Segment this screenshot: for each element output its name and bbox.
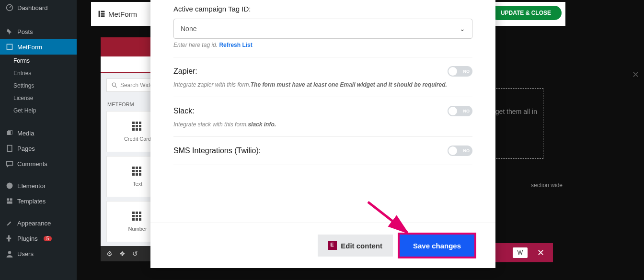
sidebar-sub-license[interactable]: License bbox=[0, 92, 77, 104]
media-icon bbox=[6, 129, 13, 137]
zapier-desc: Integrate zapier with this form.The form… bbox=[173, 81, 472, 88]
sms-label: SMS Integrations (Twilio): bbox=[173, 146, 261, 155]
sidebar-sub-gethelp[interactable]: Get Help bbox=[0, 104, 77, 117]
sidebar-item-metform[interactable]: MetForm bbox=[0, 39, 77, 55]
slack-label: Slack: bbox=[173, 107, 195, 115]
elementor-icon bbox=[328, 241, 337, 250]
tag-helper: Enter here tag id. Refresh List bbox=[173, 42, 472, 48]
modal-footer: Edit content Save changes bbox=[150, 223, 495, 268]
sidebar-label: Elementor bbox=[17, 182, 46, 190]
grid-icon bbox=[132, 212, 143, 222]
chevron-down-icon: ⌄ bbox=[460, 25, 465, 33]
sidebar-label: Plugins bbox=[17, 235, 38, 242]
page-title: MetForm bbox=[98, 10, 137, 18]
sidebar-label: Media bbox=[17, 130, 34, 137]
update-close-button[interactable]: UPDATE & CLOSE bbox=[490, 6, 562, 20]
sidebar-item-posts[interactable]: Posts bbox=[0, 24, 77, 39]
settings-icon[interactable]: ⚙ bbox=[106, 250, 113, 258]
sidebar-sub-settings[interactable]: Settings bbox=[0, 79, 77, 92]
sidebar-sub-entries[interactable]: Entries bbox=[0, 67, 77, 79]
sidebar-label: Pages bbox=[17, 145, 35, 152]
sidebar-label: Dashboard bbox=[17, 4, 48, 11]
tag-id-select[interactable]: None ⌄ bbox=[173, 19, 472, 39]
svg-rect-1 bbox=[7, 44, 12, 49]
settings-modal: Active campaign Tag ID: None ⌄ Enter her… bbox=[150, 0, 495, 268]
sidebar-sub-forms[interactable]: Forms bbox=[0, 55, 77, 67]
sidebar-item-comments[interactable]: Comments bbox=[0, 156, 77, 171]
svg-rect-12 bbox=[101, 13, 104, 14]
close-icon[interactable]: ✕ bbox=[631, 70, 640, 79]
refresh-list-link[interactable]: Refresh List bbox=[219, 42, 252, 48]
user-icon bbox=[6, 250, 13, 258]
zapier-label: Zapier: bbox=[173, 67, 197, 76]
edit-content-button[interactable]: Edit content bbox=[318, 235, 393, 257]
slack-desc: Integrate slack with this form.slack inf… bbox=[173, 121, 472, 128]
update-badge: 5 bbox=[44, 236, 52, 241]
svg-point-14 bbox=[112, 83, 115, 86]
sidebar-label: Appearance bbox=[17, 220, 51, 227]
svg-rect-13 bbox=[101, 15, 104, 17]
save-changes-button[interactable]: Save changes bbox=[400, 235, 474, 257]
w-button[interactable]: W bbox=[513, 247, 528, 258]
sidebar-label: MetForm bbox=[17, 44, 42, 51]
section-wide-text: section wide bbox=[531, 182, 563, 189]
svg-rect-11 bbox=[101, 11, 104, 12]
sidebar-item-elementor[interactable]: Elementor bbox=[0, 178, 77, 193]
svg-point-5 bbox=[7, 183, 13, 189]
sidebar-label: Comments bbox=[17, 160, 47, 168]
tag-id-label: Active campaign Tag ID: bbox=[173, 5, 472, 13]
grid-icon bbox=[132, 167, 143, 177]
plugin-icon bbox=[6, 235, 13, 242]
sidebar-item-pages[interactable]: Pages bbox=[0, 141, 77, 156]
svg-rect-7 bbox=[10, 198, 12, 201]
wp-admin-sidebar: Dashboard Posts MetForm Forms Entries Se… bbox=[0, 0, 77, 280]
sidebar-label: Templates bbox=[17, 198, 46, 205]
svg-rect-4 bbox=[7, 146, 12, 152]
sidebar-label: Posts bbox=[17, 28, 33, 35]
layers-icon[interactable]: ❖ bbox=[119, 250, 126, 258]
page-icon bbox=[6, 145, 13, 152]
sidebar-item-plugins[interactable]: Plugins 5 bbox=[0, 231, 77, 246]
svg-point-9 bbox=[8, 251, 11, 254]
form-icon bbox=[6, 43, 13, 51]
metform-logo-icon bbox=[98, 10, 105, 18]
close-icon[interactable]: ✕ bbox=[537, 247, 544, 258]
pin-icon bbox=[6, 28, 13, 35]
sidebar-item-dashboard[interactable]: Dashboard bbox=[0, 0, 77, 15]
sidebar-item-appearance[interactable]: Appearance bbox=[0, 215, 77, 231]
search-icon bbox=[112, 82, 117, 88]
svg-rect-6 bbox=[7, 198, 9, 201]
zapier-toggle[interactable]: NO bbox=[448, 66, 472, 77]
comment-icon bbox=[6, 160, 13, 168]
sidebar-label: Users bbox=[17, 250, 34, 258]
svg-rect-8 bbox=[7, 202, 12, 204]
slack-toggle[interactable]: NO bbox=[448, 106, 472, 116]
svg-rect-10 bbox=[99, 11, 100, 17]
grid-icon bbox=[132, 122, 143, 132]
sidebar-item-users[interactable]: Users bbox=[0, 246, 77, 261]
dashboard-icon bbox=[6, 4, 13, 11]
history-icon[interactable]: ↺ bbox=[132, 250, 138, 258]
templates-icon bbox=[6, 197, 13, 205]
elementor-icon bbox=[6, 182, 13, 190]
brush-icon bbox=[6, 219, 13, 227]
sidebar-item-templates[interactable]: Templates bbox=[0, 193, 77, 209]
sidebar-item-media[interactable]: Media bbox=[0, 125, 77, 141]
sms-toggle[interactable]: NO bbox=[448, 146, 472, 156]
